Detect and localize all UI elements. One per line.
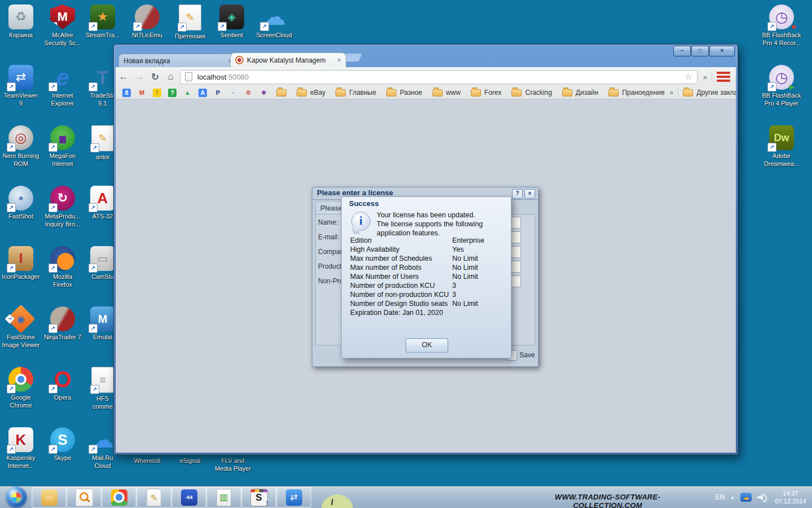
tray-chevron-icon[interactable]: ▲ <box>730 495 735 500</box>
reload-icon[interactable]: ↻ <box>147 71 163 83</box>
bookmark-folder-Дизайн[interactable]: Дизайн <box>562 89 598 97</box>
clock[interactable]: 14:37 07.12.2014 <box>773 489 809 505</box>
taskbar-app-stocksharp[interactable]: S↑ <box>241 487 276 508</box>
taskbar-app-floppy-64[interactable]: -64 <box>171 487 206 508</box>
dialog-close-button[interactable]: × <box>524 189 535 199</box>
pretenziya-doc-label: Претензия <box>175 32 205 40</box>
shortcut-arrow-icon: ↗ <box>90 143 99 152</box>
dialog-help-button[interactable]: ? <box>512 189 523 199</box>
browser-toolbar: ← → ↻ ⌂ localhost :50080 ☆ » <box>116 67 736 86</box>
nt7licemu-label: Nt7LicEmu <box>132 31 162 39</box>
taskbar-app-notepad[interactable]: ✎ <box>136 487 171 508</box>
folder-icon <box>276 89 286 97</box>
bookmark-folder-label: www <box>446 89 461 97</box>
bookmark-folder-www[interactable]: www <box>433 89 461 97</box>
nt7licemu-icon: ↗ <box>135 5 160 29</box>
faded-bookmark-icon[interactable]: • <box>229 89 237 97</box>
tab-kapow-katalyst[interactable]: Kapow Katalyst Managem × <box>230 52 346 67</box>
fastshot-icon: ●↗ <box>8 186 33 211</box>
paypal-bookmark-icon[interactable]: P <box>214 89 222 97</box>
chrome-task-icon <box>111 489 127 506</box>
forward-icon[interactable]: → <box>131 71 147 82</box>
shortcut-arrow-icon: ↗ <box>5 314 15 325</box>
translate-bookmark-icon[interactable]: A <box>198 89 207 97</box>
iconpackager-icon: I↗ <box>8 246 33 271</box>
shortcut-arrow-icon: ↗ <box>7 384 16 393</box>
address-bar[interactable]: localhost :50080 ☆ <box>180 70 698 84</box>
page-icon <box>185 72 192 81</box>
bookmark-star-icon[interactable]: ☆ <box>685 72 692 82</box>
taskbar-app-report[interactable]: ▥ <box>206 487 241 508</box>
screencloud-icon: ☁↗ <box>262 5 286 29</box>
bookmark-folder-Праноедение[interactable]: Праноедение <box>608 89 664 97</box>
folder-icon <box>471 89 481 97</box>
feature-value: Enterprise <box>452 237 505 246</box>
megafon-internet-label: MegaFon Internet <box>50 152 76 168</box>
tab-label: Kapow Katalyst Managem <box>247 56 334 64</box>
faststone-image-viewer-icon: ◉↗ <box>6 304 35 333</box>
watermark-text: WWW.TRADING-SOFTWARE-COLLECTION.COM <box>527 493 688 508</box>
bookmark-folder-Cracking[interactable]: Cracking <box>511 89 551 97</box>
start-button[interactable] <box>6 487 27 508</box>
shortcut-arrow-icon: ↗ <box>48 82 58 91</box>
teamviewer9-icon: ⇄↗ <box>8 65 33 90</box>
gmail-bookmark-icon[interactable]: M <box>138 89 146 97</box>
taskbar-app-chrome-task[interactable] <box>102 487 136 508</box>
success-popup: Success i Your license has been updated.… <box>341 196 511 358</box>
feature-name: Max Number of Users <box>350 273 452 282</box>
desktop-icon-bb-flashback-player[interactable]: ◷►↗BB FlashBack Pro 4 Player <box>756 64 807 124</box>
back-icon[interactable]: ← <box>116 71 131 82</box>
tab-close-icon[interactable]: × <box>337 56 341 64</box>
chrome-menu-icon[interactable] <box>717 71 730 82</box>
antor-doc-label: antor <box>95 153 109 161</box>
shortcut-arrow-icon: ↗ <box>7 445 16 454</box>
taskbar-app-explorer[interactable]: ▭ <box>32 487 67 508</box>
bookmark-folder-label: Главные <box>349 89 376 97</box>
home-icon[interactable]: ⌂ <box>163 71 179 82</box>
desktop-icon-column-right: ◷●↗BB FlashBack Pro 4 Recor...◷►↗BB Flas… <box>756 3 807 185</box>
folder-icon <box>511 89 522 97</box>
google-bookmark-icon[interactable]: 8 <box>122 89 131 97</box>
hfs-icon: ≡↗ <box>91 367 114 393</box>
gear-bookmark-icon[interactable]: ⚙ <box>244 89 253 97</box>
bookmarks-overflow-chevron[interactable]: » <box>670 89 674 97</box>
kaspersky-label: Kaspersky Internet... <box>6 454 35 470</box>
desktop-icon-adobe-dreamweaver[interactable]: Dw↗Adobe Dreamwea... <box>756 124 807 185</box>
hfs-label: HFS comme <box>92 395 113 410</box>
save-button[interactable]: Save <box>519 351 535 359</box>
desktop-icon-bb-flashback-recorder[interactable]: ◷●↗BB FlashBack Pro 4 Recor... <box>756 3 807 64</box>
report-icon: ▥ <box>217 489 231 506</box>
bb-flashback-player-label: BB FlashBack Pro 4 Player <box>762 91 801 107</box>
notepad-icon: ✎ <box>147 489 161 506</box>
shortcut-arrow-icon: ↗ <box>260 22 269 31</box>
flower-bookmark-icon[interactable]: ✱ <box>259 89 268 97</box>
feature-name: Max number of Robots <box>350 264 452 273</box>
help-bookmark-icon[interactable]: ? <box>168 89 176 97</box>
bookmark-folder-Forex[interactable]: Forex <box>471 89 502 97</box>
tab-new-tab[interactable]: Новая вкладка × <box>118 54 237 67</box>
shortcut-arrow-icon: ↗ <box>89 82 98 91</box>
taskbar-app-search[interactable] <box>67 487 102 508</box>
other-bookmarks-folder[interactable]: Другие закладки <box>683 89 736 97</box>
shortcut-arrow-icon: ↗ <box>89 22 98 31</box>
bookmark-folder-Главные[interactable]: Главные <box>336 89 376 97</box>
drive-bookmark-icon[interactable]: ▲ <box>183 89 192 97</box>
bookmark-folder-eBay[interactable]: eBay <box>297 89 325 97</box>
shortcut-arrow-icon: ↗ <box>48 384 58 393</box>
toolbar-overflow-chevron[interactable]: » <box>703 73 707 81</box>
yellow-bookmark-icon[interactable]: ! <box>153 89 161 97</box>
shortcut-arrow-icon: ↗ <box>48 264 58 273</box>
bookmark-folder-Разное[interactable]: Разное <box>386 89 422 97</box>
esignal-label: eSignal <box>180 457 201 465</box>
bookmark-folder-0[interactable] <box>276 89 286 97</box>
recycle-bin-label: Корзина <box>9 31 33 39</box>
taskbar-app-teamviewer-task[interactable]: ⇄ <box>276 487 311 508</box>
streamtransport-label: StreamTra... <box>86 31 120 39</box>
volume-icon[interactable] <box>757 493 767 501</box>
feature-name: Max number of Schedules <box>350 255 452 264</box>
shortcut-arrow-icon: ↗ <box>218 22 227 31</box>
language-indicator[interactable]: EN <box>715 493 725 501</box>
cloud-tray-icon[interactable]: ☁ <box>740 493 752 502</box>
ok-button[interactable]: OK <box>405 338 448 353</box>
shortcut-arrow-icon: ↗ <box>48 445 58 454</box>
